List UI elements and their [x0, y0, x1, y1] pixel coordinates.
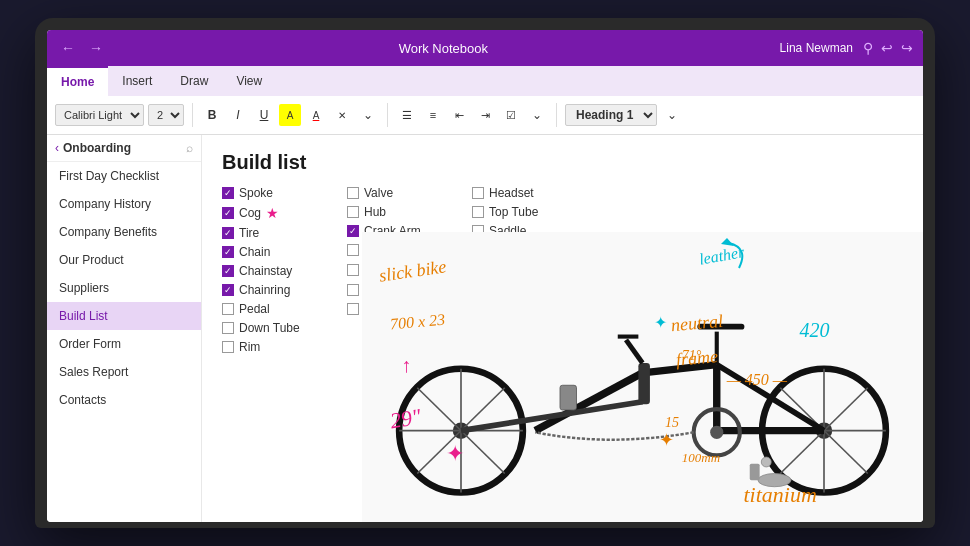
annotation-420: 420: [800, 319, 830, 342]
font-size-select[interactable]: 20: [148, 104, 184, 126]
sidebar-item-order-form[interactable]: Order Form: [47, 330, 201, 358]
sidebar-header: ‹ Onboarding ⌕: [47, 135, 201, 162]
checkbox-down-tube[interactable]: [222, 322, 234, 334]
item-label-headset: Headset: [489, 186, 534, 200]
device-frame: ← → Work Notebook Lina Newman ⚲ ↩ ↪ Home…: [35, 18, 935, 528]
sidebar-item-company-history[interactable]: Company History: [47, 190, 201, 218]
underline-button[interactable]: U: [253, 104, 275, 126]
svg-point-28: [761, 457, 771, 467]
sidebar-item-contacts[interactable]: Contacts: [47, 386, 201, 414]
checkbox-cog[interactable]: ✓: [222, 207, 234, 219]
sidebar-item-sales-report[interactable]: Sales Report: [47, 358, 201, 386]
tab-insert[interactable]: Insert: [108, 66, 166, 96]
back-button[interactable]: ←: [57, 38, 79, 58]
star-decoration-cyan: ✦: [654, 313, 667, 332]
more-list-button[interactable]: ⌄: [526, 104, 548, 126]
checkbox-headset[interactable]: [472, 187, 484, 199]
title-bar-right: Lina Newman ⚲ ↩ ↪: [780, 40, 913, 56]
sidebar: ‹ Onboarding ⌕ First Day Checklist Compa…: [47, 135, 202, 522]
title-icons: ⚲ ↩ ↪: [863, 40, 913, 56]
sidebar-item-first-day[interactable]: First Day Checklist: [47, 162, 201, 190]
checkbox-seat-tube[interactable]: [347, 244, 359, 256]
list-item[interactable]: Hub: [347, 205, 462, 219]
italic-button[interactable]: I: [227, 104, 249, 126]
list-item[interactable]: ✓ Chainring: [222, 283, 337, 297]
heading-dropdown-button[interactable]: ⌄: [661, 104, 683, 126]
annotation-100mm: 100mm: [682, 450, 720, 466]
separator-2: [387, 103, 388, 127]
checkbox-chainring[interactable]: ✓: [222, 284, 234, 296]
page-inner: Build list ✓ Spoke ✓ Cog ★: [202, 135, 923, 522]
tab-draw[interactable]: Draw: [166, 66, 222, 96]
sidebar-collapse-button[interactable]: ‹: [55, 141, 59, 155]
annotation-titanium: titanium: [743, 482, 816, 508]
checkbox-rim[interactable]: [222, 341, 234, 353]
checkbox-fork[interactable]: [347, 264, 359, 276]
redo-icon[interactable]: ↪: [901, 40, 913, 56]
list-item[interactable]: Down Tube: [222, 321, 337, 335]
heading-style-select[interactable]: Heading 1: [565, 104, 657, 126]
sidebar-item-suppliers[interactable]: Suppliers: [47, 274, 201, 302]
bold-button[interactable]: B: [201, 104, 223, 126]
list-item[interactable]: ✓ Chain: [222, 245, 337, 259]
list-item[interactable]: Pedal: [222, 302, 337, 316]
list-item[interactable]: Valve: [347, 186, 462, 200]
star-decoration-pink: ✦: [446, 441, 464, 467]
tab-home[interactable]: Home: [47, 66, 108, 96]
checkbox-pedal[interactable]: [222, 303, 234, 315]
annotation-450: — 450 —: [727, 371, 787, 389]
ribbon: Home Insert Draw View Calibri Light 20 B…: [47, 66, 923, 135]
checkbox-top-tube[interactable]: [472, 206, 484, 218]
page-content: Build list ✓ Spoke ✓ Cog ★: [202, 135, 923, 522]
checkbox-crank-arm[interactable]: ✓: [347, 225, 359, 237]
clear-format-button[interactable]: ✕: [331, 104, 353, 126]
checklist-col-1: ✓ Spoke ✓ Cog ★ ✓ Tire: [222, 186, 337, 359]
list-item[interactable]: Rim: [222, 340, 337, 354]
numbered-list-button[interactable]: ≡: [422, 104, 444, 126]
bike-image-area: leather neutral frame slick bike 700 x 2…: [362, 232, 923, 522]
checkbox-spoke[interactable]: ✓: [222, 187, 234, 199]
checkbox-button[interactable]: ☑: [500, 104, 522, 126]
sidebar-search-button[interactable]: ⌕: [186, 141, 193, 155]
font-color-button[interactable]: A: [305, 104, 327, 126]
list-item[interactable]: Headset: [472, 186, 587, 200]
undo-icon[interactable]: ↩: [881, 40, 893, 56]
list-item[interactable]: Top Tube: [472, 205, 587, 219]
tab-view[interactable]: View: [222, 66, 276, 96]
sidebar-item-company-benefits[interactable]: Company Benefits: [47, 218, 201, 246]
sidebar-item-our-product[interactable]: Our Product: [47, 246, 201, 274]
font-family-select[interactable]: Calibri Light: [55, 104, 144, 126]
star-decoration-orange: ✦: [659, 429, 674, 451]
svg-line-18: [461, 402, 643, 431]
svg-rect-27: [750, 464, 760, 481]
item-label-cog: Cog: [239, 206, 261, 220]
checkbox-head-tube[interactable]: [347, 284, 359, 296]
more-format-button[interactable]: ⌄: [357, 104, 379, 126]
checkbox-chain[interactable]: ✓: [222, 246, 234, 258]
sidebar-notebook-title: Onboarding: [63, 141, 182, 155]
list-item[interactable]: ✓ Cog ★: [222, 205, 337, 221]
svg-marker-29: [721, 238, 734, 246]
item-label-hub: Hub: [364, 205, 386, 219]
checkbox-chainstay[interactable]: ✓: [222, 265, 234, 277]
separator-1: [192, 103, 193, 127]
title-bar-left: ← →: [57, 38, 107, 58]
forward-button[interactable]: →: [85, 38, 107, 58]
search-icon[interactable]: ⚲: [863, 40, 873, 56]
item-label-top-tube: Top Tube: [489, 205, 538, 219]
list-item[interactable]: ✓ Spoke: [222, 186, 337, 200]
checkbox-handlebar[interactable]: [347, 303, 359, 315]
bullet-list-button[interactable]: ☰: [396, 104, 418, 126]
sidebar-item-build-list[interactable]: Build List: [47, 302, 201, 330]
highlight-button[interactable]: A: [279, 104, 301, 126]
checkbox-hub[interactable]: [347, 206, 359, 218]
list-item[interactable]: ✓ Chainstay: [222, 264, 337, 278]
checkbox-valve[interactable]: [347, 187, 359, 199]
svg-rect-17: [638, 363, 650, 404]
item-label-down-tube: Down Tube: [239, 321, 300, 335]
checkbox-tire[interactable]: ✓: [222, 227, 234, 239]
indent-increase-button[interactable]: ⇥: [474, 104, 496, 126]
item-label-rim: Rim: [239, 340, 260, 354]
indent-decrease-button[interactable]: ⇤: [448, 104, 470, 126]
list-item[interactable]: ✓ Tire: [222, 226, 337, 240]
